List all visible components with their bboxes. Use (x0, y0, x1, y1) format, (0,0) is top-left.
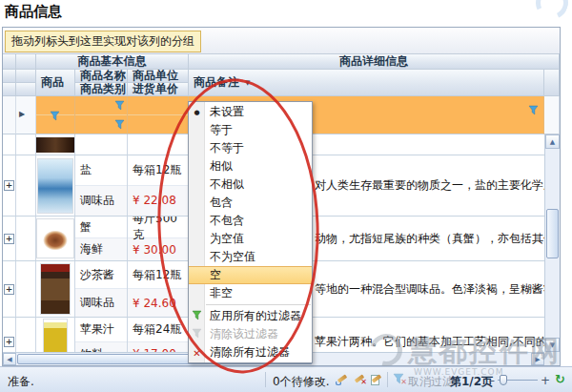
name-cell: 苹果汁 饮料 (75, 318, 128, 352)
column-header-name[interactable]: 商品名称 (75, 70, 128, 83)
expand-plus-icon[interactable]: + (4, 234, 14, 244)
pending-edits-text: 0个待修改. (273, 374, 329, 390)
menu-item-not-like[interactable]: 不相似 (189, 175, 312, 194)
row-expand-button[interactable]: + (3, 155, 16, 216)
filter-expand-cell: ▶ (16, 96, 36, 134)
name-cell: 沙茶酱 调味品 (75, 261, 128, 317)
separator (387, 372, 388, 387)
expand-plus-icon[interactable]: + (4, 284, 14, 295)
filter-dropdown-menu: ● 未设置 等于 不等于 相似 不相似 包含 不包含 为空值 不为空值 空 非空… (188, 101, 313, 363)
column-header-category[interactable]: 商品类别 (75, 83, 128, 96)
scroll-down-icon[interactable]: ▼ (545, 338, 560, 352)
filter-cell-name[interactable] (75, 96, 128, 134)
cancel-filter-icon: ✕ (393, 373, 406, 386)
menu-item-label: 不相似 (210, 176, 244, 193)
menu-item-label: 不为空值 (210, 249, 255, 265)
page-title: 商品信息 (5, 3, 62, 21)
row-expand-button[interactable]: + (3, 318, 16, 352)
column-header-unit[interactable]: 商品单位 (128, 70, 189, 83)
menu-item-label: 相似 (210, 158, 233, 175)
product-name: 沙茶酱 (75, 261, 127, 289)
page-indicator: 第1/2页 (450, 374, 493, 390)
menu-item-clear-all-filters[interactable]: ✕ 清除所有过滤器 (189, 343, 312, 361)
filter-dropdown-arrow-icon[interactable]: ▼ (245, 79, 250, 87)
column-header-note[interactable]: 商品备注 ▼ (189, 70, 544, 96)
page-slider-thumb[interactable] (500, 375, 507, 385)
row-expand-cell (16, 217, 36, 260)
menu-item-contains[interactable]: 包含 (189, 194, 312, 212)
band-expand-cell (16, 54, 36, 70)
undo-edit-icon[interactable] (336, 373, 349, 386)
menu-item-is-null[interactable]: 为空值 (189, 230, 312, 248)
menu-item-label: 包含 (210, 195, 233, 211)
menu-item-not-contains[interactable]: 不包含 (189, 212, 312, 230)
scroll-left-icon[interactable]: ◀ (3, 353, 16, 365)
refresh-icon[interactable]: ↻ (555, 372, 565, 386)
menu-item-apply-all-filters[interactable]: 应用所有的过滤器 (189, 307, 312, 325)
clear-filter-icon (192, 328, 202, 341)
product-image-juice-glass (36, 318, 75, 352)
filter-cell-unit[interactable] (128, 96, 189, 134)
menu-item-is-not-null[interactable]: 不为空值 (189, 248, 312, 266)
product-unit: 每箱12瓶 (128, 261, 188, 289)
cancel-edits-icon[interactable]: ✕ (353, 373, 366, 386)
row-expand-button[interactable]: + (3, 261, 16, 317)
band-basic-info[interactable]: 商品基本信息 (36, 54, 189, 70)
menu-item-label: 清除所有过滤器 (210, 344, 290, 361)
filter-cell-image[interactable] (36, 96, 75, 134)
row-indicator-cell (3, 134, 16, 155)
product-unit: 每箱12瓶 (128, 155, 188, 186)
expand-plus-icon[interactable]: + (4, 180, 14, 191)
menu-separator (206, 304, 311, 305)
column-header-price[interactable]: 进货单价 (128, 83, 189, 96)
menu-item-label: 空 (210, 267, 221, 283)
unit-cell: 每箱12瓶 ¥ 24.60 (128, 261, 189, 317)
funnel-icon[interactable] (114, 119, 125, 130)
menu-item-like[interactable]: 相似 (189, 157, 312, 175)
funnel-icon[interactable] (114, 100, 125, 111)
funnel-icon[interactable] (50, 111, 60, 121)
filter-scrollbar-stub (544, 96, 560, 134)
column-header-image[interactable]: 商品 (36, 70, 75, 96)
scroll-right-icon[interactable]: ▶ (531, 353, 544, 365)
cancel-filter-label: 取消过滤 (408, 374, 454, 390)
unit-cell: 每箱12瓶 ¥ 22.08 (128, 155, 189, 216)
zoom-in-button[interactable]: + (541, 374, 550, 387)
band-detail-info[interactable]: 商品详细信息 (189, 54, 560, 70)
menu-item-not-empty[interactable]: 非空 (189, 284, 312, 302)
expand-plus-icon[interactable]: + (4, 337, 14, 347)
group-by-panel[interactable]: 拖动列标头到这里实现对该列的分组 (3, 28, 560, 54)
menu-item-label: 应用所有的过滤器 (210, 308, 301, 324)
status-ready-text: 准备. (8, 374, 34, 390)
name-cell: 蟹 海鲜 (75, 217, 128, 260)
product-unit: 每箱24瓶 (128, 318, 188, 342)
menu-item-label: 等于 (210, 122, 233, 138)
band-indicator-cell (3, 54, 16, 70)
product-name: 苹果汁 (75, 318, 127, 342)
menu-item-not-equals[interactable]: 不等于 (189, 139, 312, 157)
product-name: 盐 (75, 155, 127, 186)
product-unit: 每斤500克 (128, 217, 188, 238)
row-expand-cell (16, 155, 36, 216)
header-expand-cell2 (16, 83, 36, 96)
menu-item-not-set[interactable]: ● 未设置 (189, 103, 312, 121)
menu-item-empty[interactable]: 空 (189, 266, 312, 284)
clear-filters-icon: ✕ (192, 347, 202, 358)
product-category: 海鲜 (75, 238, 127, 260)
product-name: 蟹 (75, 217, 127, 238)
product-image-salt-bag (36, 155, 75, 216)
separator (265, 372, 266, 387)
menu-item-label: 非空 (210, 285, 233, 301)
product-image-dark-food (36, 134, 75, 155)
scroll-up-icon[interactable]: ▲ (545, 134, 560, 149)
edit-grid-icon[interactable] (370, 373, 383, 386)
product-category: 调味品 (75, 186, 127, 217)
vertical-scroll-thumb[interactable] (546, 209, 559, 258)
zoom-out-button[interactable]: – (489, 374, 495, 387)
row-expand-button[interactable]: + (3, 217, 16, 260)
vertical-scrollbar[interactable]: ▲ ▼ (544, 134, 560, 352)
product-category: 调味品 (75, 289, 127, 317)
header-scrollbar-stub (544, 70, 560, 96)
menu-item-equals[interactable]: 等于 (189, 121, 312, 139)
funnel-icon[interactable] (528, 105, 539, 115)
